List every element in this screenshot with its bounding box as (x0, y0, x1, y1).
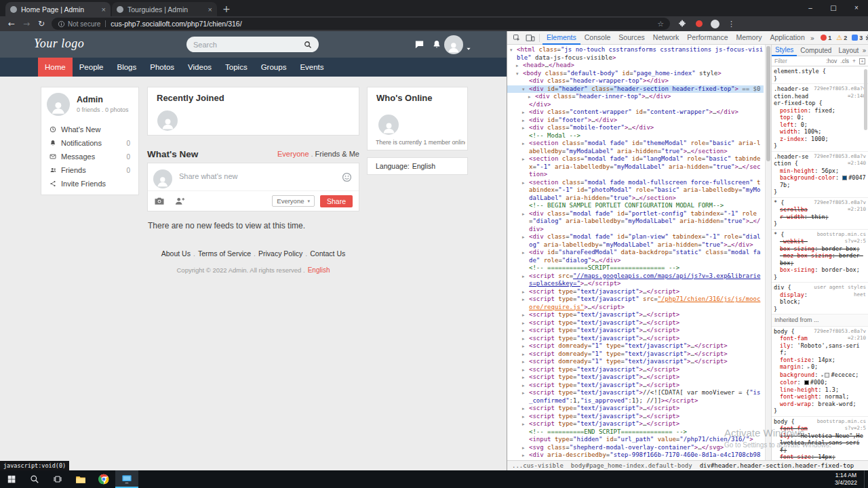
maximize-button[interactable]: □ (822, 0, 845, 16)
site-logo[interactable]: Your logo (34, 37, 84, 51)
style-rule[interactable]: element.style {} (772, 66, 868, 84)
new-rule-button[interactable]: + (852, 58, 856, 64)
address-bar[interactable]: Not secure cus-php7.socialloft.com/php71… (52, 18, 670, 30)
sidebar-item-what-s-new[interactable]: What's New (41, 123, 138, 136)
scrollbar-thumb[interactable] (766, 46, 770, 161)
style-property[interactable]: position: fixed; (774, 107, 866, 115)
new-tab-button[interactable]: + (222, 3, 231, 14)
style-property[interactable]: width: 100%; (774, 128, 866, 136)
style-property[interactable]: font-weight: normal; (774, 393, 866, 401)
footer-link-about-us[interactable]: About Us (161, 249, 191, 258)
browser-menu-icon[interactable]: ⋮ (728, 20, 735, 28)
close-window-button[interactable]: × (845, 0, 868, 16)
tab-computed[interactable]: Computed (797, 45, 835, 56)
user-avatar[interactable] (444, 35, 463, 54)
elements-tree-node[interactable]: ▸<script type="text/javascript">…</scrip… (507, 405, 764, 413)
chat-icon[interactable] (414, 39, 425, 52)
profile-avatar[interactable] (47, 93, 70, 116)
browser-tab[interactable]: Tourguides | Admin× (112, 2, 217, 16)
style-source-link[interactable]: user agent stylesheet (812, 284, 866, 298)
device-toolbar-icon[interactable] (524, 34, 540, 42)
start-button[interactable] (0, 470, 23, 488)
style-property[interactable]: left: 0; (774, 121, 866, 129)
elements-tree-node[interactable]: ▸<div class="modal fade" id="plan-view" … (507, 233, 764, 249)
chrome-icon[interactable] (92, 470, 115, 488)
style-source-link[interactable]: 729ee7f8053.e8a?v=2:210 (812, 199, 866, 214)
elements-scrollbar[interactable] (765, 45, 771, 460)
audience-select[interactable]: Everyone ▾ (272, 195, 315, 207)
style-property[interactable]: word-wrap: break-word; (774, 401, 866, 408)
elements-tree-node[interactable]: ▸<script type="text/javascript" src="/ph… (507, 296, 764, 311)
hover-state-toggle[interactable]: :hov (826, 58, 837, 64)
style-rule[interactable]: 729ee7f8053.e8a?v=2:140.header-section {… (772, 152, 868, 198)
elements-tree-node[interactable]: ▸<script type="text/javascript">…</scrip… (507, 373, 764, 382)
elements-tree-node[interactable]: ▸<div class="content-wrapper" id="conten… (507, 108, 764, 117)
elements-tree-node[interactable]: ▾<body class="default-body" id="page_hom… (507, 70, 764, 78)
elements-tree-node[interactable]: ▸<script type="text/javascript">…</scrip… (507, 382, 764, 390)
elements-tree-node[interactable]: ▸<div id="footer">…</div> (507, 117, 764, 125)
tab-styles[interactable]: Styles (772, 45, 797, 56)
tab-close-icon[interactable]: × (102, 5, 106, 14)
elements-tree-node[interactable]: <!-- Modal --> (507, 132, 764, 140)
taskbar-clock[interactable]: 1:14 AM 3/4/2022 (835, 472, 864, 487)
tab-layout[interactable]: Layout (835, 45, 862, 56)
footer-link-terms-of-service[interactable]: Terms of Service (198, 249, 251, 258)
footer-link-contact-us[interactable]: Contact Us (310, 249, 345, 258)
breadcrumb-item[interactable]: div#header.header-section.header-fixed-t… (700, 462, 854, 469)
share-input[interactable] (179, 170, 332, 182)
elements-tree-node[interactable]: <div class="header-wrapper-top"></div> (507, 77, 764, 85)
elements-tree-node[interactable]: ▸<div class="mobile-footer">…</div> (507, 124, 764, 132)
chevron-down-icon[interactable] (466, 42, 471, 54)
elements-tree-node[interactable]: ▸<script type="text/javascript">…</scrip… (507, 311, 764, 319)
search-icon[interactable] (304, 41, 312, 49)
inspect-element-icon[interactable] (510, 34, 524, 42)
grid-icon[interactable]: + (859, 58, 865, 64)
photo-upload-icon[interactable] (154, 197, 165, 205)
styles-scrollbar[interactable] (864, 69, 867, 130)
style-rule[interactable]: bootstrap.min.css?v=2:5* {-webkit-box-si… (772, 230, 868, 283)
filter-everyone[interactable]: Everyone (277, 150, 309, 158)
elements-tree-node[interactable]: ▸<script type="text/javascript">…</scrip… (507, 327, 764, 335)
site-info-icon[interactable] (58, 20, 65, 28)
more-panels-icon[interactable]: » (810, 34, 814, 42)
devtools-tab-performance[interactable]: Performance (683, 31, 732, 45)
issues-badge[interactable]: 3 (852, 35, 863, 41)
breadcrumb-item[interactable]: body#page_home-index.default-body (571, 462, 692, 469)
taskbar-search-icon[interactable] (23, 470, 46, 488)
elements-tree-node[interactable]: ▸<section class="modal fade" id="themeMo… (507, 140, 764, 155)
devtools-tab-sources[interactable]: Sources (614, 31, 649, 45)
elements-tree-node[interactable]: ▸<section class="modal fade" id="langMod… (507, 155, 764, 179)
filter-friends-me[interactable]: Friends & Me (315, 150, 359, 158)
style-source-link[interactable]: bootstrap.min.css?v=2:5 (812, 231, 866, 245)
recording-extension-icon[interactable] (696, 20, 703, 27)
class-toggle[interactable]: .cls (840, 58, 849, 64)
tag-friends-icon[interactable] (174, 197, 185, 205)
devtools-tab-application[interactable]: Application (766, 31, 808, 45)
footer-language-link[interactable]: English (308, 266, 330, 274)
style-property[interactable]: font-size: 14px; (774, 357, 866, 364)
style-source-link[interactable]: 729ee7f8053.e8a?v=2:140 (812, 153, 866, 167)
elements-tree-node[interactable]: ▸<div id="shareFeedModal" data-backdrop=… (507, 249, 764, 264)
nav-item-topics[interactable]: Topics (218, 58, 254, 77)
browser-tab[interactable]: Home Page | Admin× (5, 2, 111, 16)
nav-item-blogs[interactable]: Blogs (111, 58, 144, 77)
refresh-button[interactable]: ↻ (34, 19, 49, 28)
elements-tree-node[interactable]: ▸<script type="text/javascript">…</scrip… (507, 366, 764, 374)
nav-item-videos[interactable]: Videos (181, 58, 218, 77)
style-property[interactable]: line-height: 1.3; (774, 386, 866, 394)
bookmark-star-icon[interactable]: ☆ (657, 20, 664, 28)
elements-tree-node[interactable]: ▸<script type="text/javascript">…</scrip… (507, 413, 764, 421)
style-property[interactable]: min-height: 56px; (774, 167, 866, 175)
sidebar-item-messages[interactable]: Messages0 (41, 150, 138, 163)
media-app-icon[interactable] (115, 470, 138, 488)
back-button[interactable]: ← (4, 19, 19, 28)
browser-profile-avatar[interactable] (711, 20, 719, 28)
footer-link-privacy-policy[interactable]: Privacy Policy (258, 249, 302, 258)
style-property[interactable]: background-color: #00477b; (774, 174, 866, 188)
style-property[interactable]: font-size: 14px; (774, 453, 866, 460)
notifications-bell-icon[interactable] (432, 39, 441, 52)
elements-tree-node[interactable]: ▸<script type="text/javascript">…</scrip… (507, 288, 764, 296)
error-badge[interactable]: 1 (821, 35, 831, 41)
elements-tree-node[interactable]: <!-- ===========SCRIPT=============== --… (507, 264, 764, 272)
elements-tree-node[interactable]: ▸<script domready="1" type="text/javascr… (507, 358, 764, 366)
